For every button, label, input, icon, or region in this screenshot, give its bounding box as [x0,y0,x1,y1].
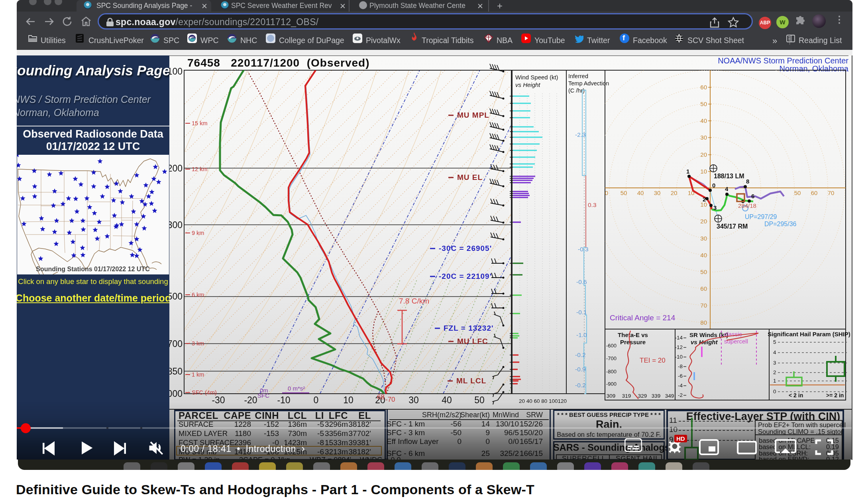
svg-text:50: 50 [700,101,707,107]
svg-text:60: 60 [811,189,818,196]
svg-text:0: 0 [712,182,715,189]
svg-text:1: 1 [773,378,776,384]
svg-text:-900: -900 [606,381,617,387]
svg-text:-20C = 22109': -20C = 22109' [439,272,492,280]
svg-text:>= 2 in: >= 2 in [826,392,844,398]
svg-text:MU EL: MU EL [457,173,483,181]
svg-text:Pressure: Pressure [620,339,646,345]
svg-text:309: 309 [607,393,616,399]
svg-text:-2.3: -2.3 [575,131,586,138]
svg-text:-800: -800 [606,369,617,375]
svg-text:-14: -14 [675,335,683,341]
svg-text:15 km: 15 km [192,120,208,126]
svg-text:Wind Speed (kt): Wind Speed (kt) [515,74,558,81]
svg-text:284/18: 284/18 [738,202,756,209]
svg-text:850: 850 [169,366,183,377]
svg-text:vs Height: vs Height [691,339,718,345]
svg-text:MU LFC: MU LFC [457,337,488,345]
svg-text:-600: -600 [606,343,617,349]
svg-text:ML LCL: ML LCL [456,377,486,385]
svg-text:700: 700 [169,339,183,349]
svg-text:10: 10 [700,168,707,175]
svg-text:-0.1: -0.1 [576,309,587,316]
svg-text:Inferred: Inferred [568,73,588,79]
svg-text:40: 40 [700,252,707,258]
svg-text:TEI = 20: TEI = 20 [640,357,666,364]
svg-text:-700: -700 [606,355,617,361]
svg-text:50: 50 [794,189,801,196]
svg-text:-2: -2 [678,392,683,398]
svg-text:Sounding Stations 01/17/2022 1: Sounding Stations 01/17/2022 12 UTC [36,266,150,272]
svg-text:300: 300 [169,220,183,230]
svg-text:-6: -6 [678,373,683,379]
svg-text:NOAA/NWS Storm Prediction Cent: NOAA/NWS Storm Prediction Center [718,56,848,65]
svg-text:-4: -4 [678,383,683,389]
svg-text:3 km: 3 km [192,340,204,347]
svg-text:339: 339 [652,393,661,399]
svg-text:30: 30 [654,189,661,196]
svg-text:UP=297/29: UP=297/29 [745,213,777,220]
svg-text:Norman, Oklahoma: Norman, Oklahoma [780,64,849,73]
svg-text:349: 349 [665,393,674,399]
svg-text:-0.2: -0.2 [575,382,586,389]
svg-text:30: 30 [700,235,707,242]
svg-text:6 km: 6 km [192,292,204,298]
svg-text:40: 40 [637,189,644,196]
svg-text:-0.6: -0.6 [576,278,587,285]
svg-text:60: 60 [700,84,707,91]
svg-text:1: 1 [686,168,689,175]
svg-text:MU MPL: MU MPL [457,111,489,119]
svg-text:0 m*s²: 0 m*s² [288,385,305,392]
svg-text:60: 60 [700,285,707,292]
svg-text:-30C = 26905': -30C = 26905' [439,244,492,252]
svg-text:20: 20 [700,151,707,158]
svg-text:70: 70 [828,189,835,196]
svg-text:100: 100 [169,66,183,77]
svg-text:Theta-E vs: Theta-E vs [618,331,648,338]
svg-text:-0.3: -0.3 [578,246,589,252]
svg-text:FZL = 13232': FZL = 13232' [444,324,493,332]
svg-text:30: 30 [700,134,707,141]
svg-text:SFC: SFC [257,392,269,399]
svg-text:-0.9: -0.9 [575,366,586,373]
svg-text:0: 0 [773,389,776,394]
svg-text:2: 2 [773,369,776,375]
svg-text:9 km: 9 km [192,230,204,236]
svg-text:319: 319 [622,393,631,399]
svg-text:-1.0: -1.0 [576,331,587,338]
svg-text:-0.2: -0.2 [575,351,586,358]
svg-text:50: 50 [621,189,627,196]
svg-text:20: 20 [700,218,707,225]
svg-text:345/17 RM: 345/17 RM [717,223,748,230]
svg-text:50: 50 [700,268,707,275]
svg-text:329: 329 [638,393,647,399]
svg-text:Temp Advection: Temp Advection [568,80,609,87]
svg-text:-8: -8 [678,363,683,369]
svg-text:Significant Hail Param (SHIP): Significant Hail Param (SHIP) [768,331,850,337]
svg-text:1 km: 1 km [192,371,204,378]
svg-text:80: 80 [700,319,707,326]
svg-text:20: 20 [671,189,678,196]
svg-text:DP=295/36: DP=295/36 [764,221,797,227]
svg-text:500: 500 [169,291,183,302]
svg-text:68: 68 [377,393,385,401]
svg-text:4: 4 [725,185,729,192]
svg-text:6: 6 [751,193,754,199]
svg-text:8: 8 [746,178,749,185]
svg-text:< 2 in: < 2 in [789,392,803,398]
svg-text:7.8 C/km: 7.8 C/km [399,297,429,305]
svg-text:188/13 LM: 188/13 LM [714,173,744,179]
svg-text:76458 220117/1200 (Observed: 76458 220117/1200 (Observed) [187,57,370,69]
svg-text:4: 4 [773,349,776,355]
svg-text:70: 70 [700,302,707,309]
svg-text:0.3: 0.3 [588,201,597,208]
svg-text:-12: -12 [675,344,683,350]
svg-text:3: 3 [713,204,717,211]
svg-text:2: 2 [703,196,706,203]
svg-text:0: 0 [605,189,608,196]
svg-text:12 km: 12 km [192,166,208,172]
svg-text:5: 5 [773,339,776,345]
svg-text:Critical Angle = 214: Critical Angle = 214 [610,314,676,322]
svg-text:200: 200 [169,163,183,174]
svg-text:40: 40 [700,117,707,124]
